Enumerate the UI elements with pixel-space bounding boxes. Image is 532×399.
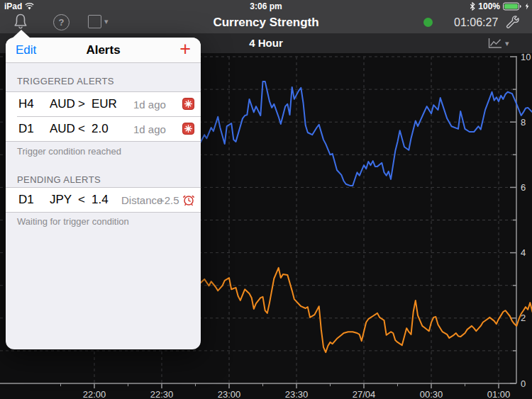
alert-cell: > (78, 97, 85, 111)
alert-cell: H4 (18, 97, 34, 111)
svg-text:01:00: 01:00 (487, 389, 511, 399)
alert-row[interactable]: D1AUD<2.01d ago (6, 116, 201, 141)
bluetooth-icon (470, 2, 475, 11)
alert-cell: D1 (18, 193, 34, 207)
popover-title: Alerts (6, 43, 201, 57)
alert-triggered-icon (182, 98, 194, 110)
app-title: Currency Strength (0, 16, 532, 30)
orange-series-line (200, 268, 532, 352)
charging-bolt-icon (525, 3, 529, 10)
alert-distance-value: +2.5 (158, 194, 179, 206)
alert-triggered-icon (182, 123, 194, 135)
svg-text:23:00: 23:00 (218, 389, 241, 399)
alert-cell: JPY (50, 193, 72, 207)
alert-cell: EUR (92, 97, 117, 111)
svg-text:22:30: 22:30 (150, 389, 174, 399)
alert-cell: 1.4 (92, 193, 109, 207)
line-chart-icon (488, 38, 502, 49)
alert-row[interactable]: D1JPY<1.4Distance+2.5 (6, 188, 201, 212)
svg-text:27/04: 27/04 (353, 389, 376, 399)
add-alert-button[interactable]: + (179, 38, 191, 60)
session-timer: 01:06:27 (454, 16, 498, 29)
alarm-clock-icon (182, 193, 194, 206)
alert-cell: 2.0 (92, 122, 109, 136)
connection-status-dot (423, 18, 433, 27)
battery-percent: 100% (478, 1, 500, 11)
section-header: PENDING ALERTS (17, 174, 101, 185)
svg-text:23:30: 23:30 (285, 389, 309, 399)
svg-text:22:00: 22:00 (83, 389, 106, 399)
toolbar: iPad 3:06 pm 100% ▾ Currency Strength 01… (0, 0, 532, 33)
chart-type-caret-down-icon: ▾ (505, 39, 509, 48)
alert-group: H4AUD>EUR1d agoD1AUD<2.01d ago (6, 91, 201, 142)
section-header: TRIGGERED ALERTS (17, 76, 114, 86)
svg-text:4: 4 (521, 247, 526, 258)
alert-cell: < (78, 193, 85, 207)
alert-row[interactable]: H4AUD>EUR1d ago (6, 92, 201, 116)
svg-text:00:30: 00:30 (420, 389, 443, 399)
battery-icon (503, 2, 522, 11)
section-footer: Waiting for trigger condition (17, 216, 129, 227)
svg-text:6: 6 (521, 182, 526, 193)
alert-cell: AUD (50, 97, 75, 111)
alert-cell: D1 (18, 122, 34, 136)
alert-cell: < (78, 122, 85, 136)
alert-cell: AUD (50, 122, 75, 136)
section-footer: Trigger condition reached (17, 146, 121, 157)
settings-wrench-icon[interactable] (504, 14, 521, 31)
alert-meta: 1d ago (133, 123, 166, 135)
alerts-popover: Edit Alerts + TRIGGERED ALERTSH4AUD>EUR1… (6, 38, 201, 349)
alert-meta: Distance (121, 194, 162, 206)
alert-group: D1JPY<1.4Distance+2.5 (6, 187, 201, 213)
blue-series-line (200, 82, 532, 186)
status-time: 3:06 pm (0, 1, 532, 11)
alert-meta: 1d ago (133, 99, 166, 111)
svg-text:8: 8 (521, 117, 526, 128)
popover-header: Edit Alerts + (6, 38, 201, 63)
svg-text:0: 0 (521, 378, 526, 389)
chart-type-selector[interactable]: ▾ (488, 38, 509, 49)
